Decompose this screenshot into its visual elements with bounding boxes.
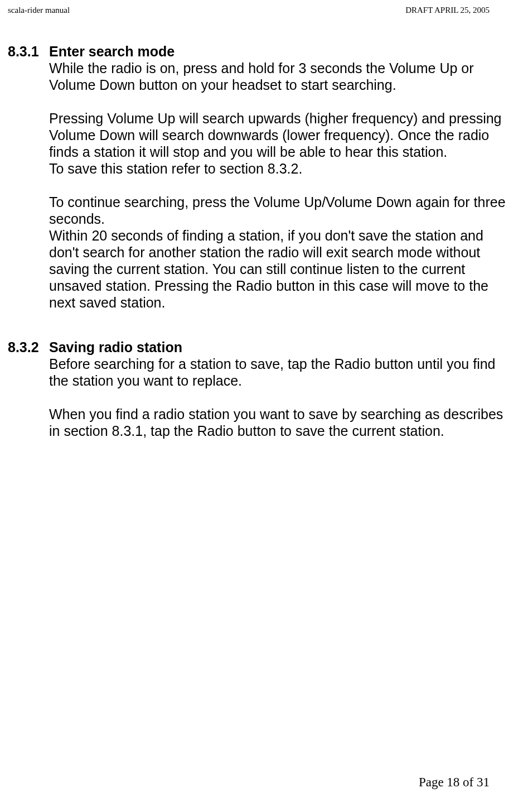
header-doc-title: scala-rider manual xyxy=(8,6,70,15)
section-8-3-1: 8.3.1 Enter search mode While the radio … xyxy=(8,43,515,311)
paragraph: Pressing Volume Up will search upwards (… xyxy=(49,110,515,160)
section-title: Enter search mode xyxy=(49,43,515,60)
section-number: 8.3.1 xyxy=(8,43,49,311)
paragraph: To continue searching, press the Volume … xyxy=(49,194,515,227)
paragraph: To save this station refer to section 8.… xyxy=(49,160,515,177)
section-8-3-2: 8.3.2 Saving radio station Before search… xyxy=(8,339,515,439)
section-title: Saving radio station xyxy=(49,339,515,355)
paragraph: Within 20 seconds of finding a station, … xyxy=(49,227,515,311)
paragraph: While the radio is on, press and hold fo… xyxy=(49,60,515,93)
paragraph: Before searching for a station to save, … xyxy=(49,355,515,389)
page-footer: Page 18 of 31 xyxy=(419,775,490,790)
paragraph: When you find a radio station you want t… xyxy=(49,406,515,439)
page-header: scala-rider manual DRAFT APRIL 25, 2005 xyxy=(8,6,515,15)
page-content: 8.3.1 Enter search mode While the radio … xyxy=(8,43,515,439)
section-number: 8.3.2 xyxy=(8,339,49,439)
header-draft-date: DRAFT APRIL 25, 2005 xyxy=(405,6,490,15)
